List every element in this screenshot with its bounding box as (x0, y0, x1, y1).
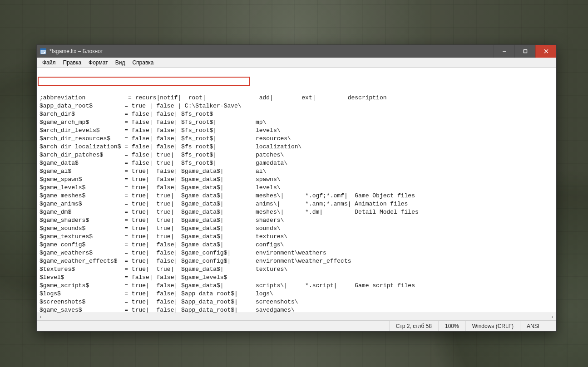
window-controls (494, 45, 556, 58)
titlebar[interactable]: *fsgame.ltx – Блокнот (37, 45, 556, 58)
notepad-icon (40, 48, 47, 55)
editor-line[interactable]: $game_textures$ = true| true| $game_data… (40, 233, 553, 241)
editor-container: ;abbreviation = recurs|notif| root| add|… (37, 68, 556, 320)
menu-edit[interactable]: Правка (59, 59, 85, 67)
menu-view[interactable]: Вид (112, 59, 129, 67)
editor-line[interactable]: $game_weathers$ = true| false| $game_con… (40, 249, 553, 257)
chevron-left-icon: ‹ (40, 314, 41, 319)
status-zoom: 100% (438, 321, 465, 331)
editor-line[interactable]: $arch_dir_levels$ = false| false| $fs_ro… (40, 127, 553, 135)
menubar: Файл Правка Формат Вид Справка (37, 58, 556, 68)
editor-line[interactable]: $game_data$ = false| true| $fs_root$| ga… (40, 159, 553, 167)
status-caret-position: Стр 2, стлб 58 (389, 321, 438, 331)
text-editor[interactable]: ;abbreviation = recurs|notif| root| add|… (37, 68, 556, 313)
editor-line[interactable]: $game_config$ = true| false| $game_data$… (40, 241, 553, 249)
editor-line[interactable]: $game_anims$ = true| true| $game_data$| … (40, 200, 553, 208)
editor-line[interactable]: $arch_dir$ = false| false| $fs_root$ (40, 110, 553, 118)
chevron-right-icon: › (552, 314, 553, 319)
editor-line[interactable]: $game_arch_mp$ = false| false| $fs_root$… (40, 118, 553, 127)
menu-file[interactable]: Файл (39, 59, 59, 67)
editor-line[interactable]: $arch_dir_patches$ = false| true| $fs_ro… (40, 151, 553, 159)
editor-line[interactable]: $arch_dir_localization$ = false| false| … (40, 143, 553, 151)
editor-line[interactable]: $screenshots$ = true| false| $app_data_r… (40, 298, 553, 306)
editor-line[interactable]: $game_dm$ = true| true| $game_data$| mes… (40, 208, 553, 216)
editor-line[interactable]: $game_saves$ = true| false| $app_data_ro… (40, 306, 553, 313)
horizontal-scrollbar[interactable]: ‹ › (37, 313, 556, 320)
svg-rect-6 (524, 50, 527, 53)
editor-line[interactable]: ;abbreviation = recurs|notif| root| add|… (40, 94, 553, 102)
editor-line[interactable]: $level$ = false| false| $game_levels$ (40, 274, 553, 282)
scroll-left-button[interactable]: ‹ (37, 313, 44, 321)
editor-line[interactable]: $textures$ = true| true| $game_data$| te… (40, 265, 553, 274)
window-title: *fsgame.ltx – Блокнот (49, 48, 494, 54)
scroll-track[interactable] (44, 313, 548, 320)
annotation-highlight-box (38, 77, 250, 86)
minimize-button[interactable] (494, 45, 514, 58)
editor-line[interactable]: $game_sounds$ = true| true| $game_data$|… (40, 225, 553, 233)
editor-line[interactable]: $game_weather_effects$ = true| false| $g… (40, 257, 553, 265)
editor-line[interactable]: $logs$ = true| false| $app_data_root$| l… (40, 290, 553, 298)
close-button[interactable] (535, 45, 556, 58)
scroll-right-button[interactable]: › (548, 313, 556, 321)
status-encoding: ANSI (520, 321, 556, 331)
editor-line[interactable]: $game_levels$ = true| false| $game_data$… (40, 184, 553, 192)
editor-line[interactable]: $game_meshes$ = true| true| $game_data$|… (40, 192, 553, 200)
statusbar: Стр 2, стлб 58 100% Windows (CRLF) ANSI (37, 320, 556, 331)
editor-line[interactable]: $arch_dir_resources$ = false| false| $fs… (40, 135, 553, 143)
maximize-button[interactable] (514, 45, 535, 58)
svg-rect-1 (40, 49, 46, 50)
menu-help[interactable]: Справка (128, 59, 157, 67)
editor-line[interactable]: $game_spawn$ = true| false| $game_data$|… (40, 176, 553, 184)
editor-line[interactable]: $game_shaders$ = true| true| $game_data$… (40, 216, 553, 225)
notepad-window: *fsgame.ltx – Блокнот Файл Правка Формат… (36, 44, 557, 332)
status-line-ending: Windows (CRLF) (465, 321, 520, 331)
editor-line[interactable]: $app_data_root$ = true | false | C:\Stal… (40, 102, 553, 110)
editor-line[interactable]: $game_scripts$ = true| false| $game_data… (40, 282, 553, 290)
menu-format[interactable]: Формат (85, 59, 112, 67)
editor-line[interactable]: $game_ai$ = true| false| $game_data$| ai… (40, 167, 553, 176)
